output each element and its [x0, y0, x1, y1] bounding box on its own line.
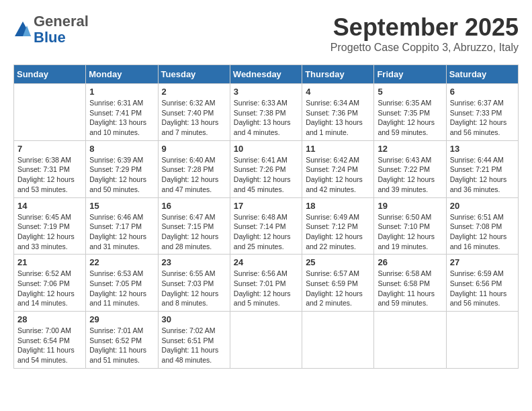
day-info: Sunrise: 7:01 AMSunset: 6:52 PMDaylight:… [89, 326, 154, 365]
day-number: 13 [450, 144, 515, 154]
day-info: Sunrise: 6:47 AMSunset: 7:15 PMDaylight:… [162, 212, 226, 252]
day-info: Sunrise: 6:51 AMSunset: 7:08 PMDaylight:… [450, 212, 515, 252]
table-row: 10 Sunrise: 6:41 AMSunset: 7:26 PMDaylig… [230, 140, 302, 197]
table-row: 8 Sunrise: 6:39 AMSunset: 7:29 PMDayligh… [86, 140, 158, 197]
day-info: Sunrise: 7:02 AMSunset: 6:51 PMDaylight:… [162, 326, 226, 365]
col-friday: Friday [374, 65, 446, 84]
logo-general: General [34, 13, 89, 30]
calendar-week-row: 7 Sunrise: 6:38 AMSunset: 7:31 PMDayligh… [14, 140, 519, 197]
day-info: Sunrise: 6:34 AMSunset: 7:36 PMDaylight:… [306, 98, 370, 138]
logo-icon [13, 20, 32, 39]
table-row: 2 Sunrise: 6:32 AMSunset: 7:40 PMDayligh… [158, 84, 230, 141]
table-row [230, 312, 302, 369]
table-row: 3 Sunrise: 6:33 AMSunset: 7:38 PMDayligh… [230, 84, 302, 141]
day-number: 27 [450, 257, 515, 267]
day-info: Sunrise: 6:45 AMSunset: 7:19 PMDaylight:… [17, 212, 82, 252]
calendar-table: Sunday Monday Tuesday Wednesday Thursday… [13, 64, 519, 369]
logo-blue: Blue [34, 29, 66, 46]
day-number: 14 [17, 201, 82, 211]
day-number: 22 [89, 257, 154, 267]
day-info: Sunrise: 6:56 AMSunset: 7:01 PMDaylight:… [234, 269, 298, 308]
day-info: Sunrise: 6:38 AMSunset: 7:31 PMDaylight:… [17, 155, 82, 195]
col-wednesday: Wednesday [230, 65, 302, 84]
col-thursday: Thursday [302, 65, 374, 84]
logo: General Blue [13, 13, 89, 46]
day-number: 3 [234, 87, 298, 97]
day-info: Sunrise: 6:55 AMSunset: 7:03 PMDaylight:… [162, 269, 226, 308]
day-info: Sunrise: 6:43 AMSunset: 7:22 PMDaylight:… [378, 155, 442, 195]
day-number: 28 [17, 314, 82, 324]
day-info: Sunrise: 6:42 AMSunset: 7:24 PMDaylight:… [306, 155, 370, 195]
table-row [14, 84, 86, 141]
day-number: 7 [17, 144, 82, 154]
table-row: 6 Sunrise: 6:37 AMSunset: 7:33 PMDayligh… [446, 84, 518, 141]
table-row: 27 Sunrise: 6:59 AMSunset: 6:56 PMDaylig… [446, 255, 518, 312]
day-number: 12 [378, 144, 442, 154]
day-info: Sunrise: 6:35 AMSunset: 7:35 PMDaylight:… [378, 98, 442, 138]
day-number: 10 [234, 144, 298, 154]
col-saturday: Saturday [446, 65, 518, 84]
table-row: 28 Sunrise: 7:00 AMSunset: 6:54 PMDaylig… [14, 312, 86, 369]
day-number: 9 [162, 144, 226, 154]
table-row: 11 Sunrise: 6:42 AMSunset: 7:24 PMDaylig… [302, 140, 374, 197]
day-info: Sunrise: 6:46 AMSunset: 7:17 PMDaylight:… [89, 212, 154, 252]
day-info: Sunrise: 6:53 AMSunset: 7:05 PMDaylight:… [89, 269, 154, 308]
day-info: Sunrise: 6:44 AMSunset: 7:21 PMDaylight:… [450, 155, 515, 195]
day-number: 6 [450, 87, 515, 97]
day-info: Sunrise: 6:39 AMSunset: 7:29 PMDaylight:… [89, 155, 154, 195]
table-row: 15 Sunrise: 6:46 AMSunset: 7:17 PMDaylig… [86, 197, 158, 255]
table-row: 12 Sunrise: 6:43 AMSunset: 7:22 PMDaylig… [374, 140, 446, 197]
table-row [446, 312, 518, 369]
day-number: 23 [162, 257, 226, 267]
day-info: Sunrise: 6:59 AMSunset: 6:56 PMDaylight:… [450, 269, 515, 308]
day-number: 5 [378, 87, 442, 97]
calendar-week-row: 14 Sunrise: 6:45 AMSunset: 7:19 PMDaylig… [14, 197, 519, 255]
calendar-header-row: Sunday Monday Tuesday Wednesday Thursday… [14, 65, 519, 84]
location: Progetto Case Coppito 3, Abruzzo, Italy [330, 42, 519, 54]
table-row: 18 Sunrise: 6:49 AMSunset: 7:12 PMDaylig… [302, 197, 374, 255]
day-info: Sunrise: 6:52 AMSunset: 7:06 PMDaylight:… [17, 269, 82, 308]
col-sunday: Sunday [14, 65, 86, 84]
day-number: 29 [89, 314, 154, 324]
calendar-week-row: 28 Sunrise: 7:00 AMSunset: 6:54 PMDaylig… [14, 312, 519, 369]
month-title: September 2025 [330, 13, 519, 42]
day-number: 2 [162, 87, 226, 97]
table-row: 29 Sunrise: 7:01 AMSunset: 6:52 PMDaylig… [86, 312, 158, 369]
logo-text: General Blue [34, 13, 89, 46]
table-row: 25 Sunrise: 6:57 AMSunset: 6:59 PMDaylig… [302, 255, 374, 312]
day-number: 16 [162, 201, 226, 211]
day-info: Sunrise: 6:41 AMSunset: 7:26 PMDaylight:… [234, 155, 298, 195]
table-row: 21 Sunrise: 6:52 AMSunset: 7:06 PMDaylig… [14, 255, 86, 312]
table-row: 24 Sunrise: 6:56 AMSunset: 7:01 PMDaylig… [230, 255, 302, 312]
title-block: September 2025 Progetto Case Coppito 3, … [330, 13, 519, 54]
table-row: 5 Sunrise: 6:35 AMSunset: 7:35 PMDayligh… [374, 84, 446, 141]
day-number: 11 [306, 144, 370, 154]
col-tuesday: Tuesday [158, 65, 230, 84]
day-number: 15 [89, 201, 154, 211]
day-number: 1 [89, 87, 154, 97]
day-info: Sunrise: 6:57 AMSunset: 6:59 PMDaylight:… [306, 269, 370, 308]
calendar-week-row: 1 Sunrise: 6:31 AMSunset: 7:41 PMDayligh… [14, 84, 519, 141]
table-row: 23 Sunrise: 6:55 AMSunset: 7:03 PMDaylig… [158, 255, 230, 312]
day-info: Sunrise: 6:31 AMSunset: 7:41 PMDaylight:… [89, 98, 154, 138]
table-row: 14 Sunrise: 6:45 AMSunset: 7:19 PMDaylig… [14, 197, 86, 255]
day-number: 17 [234, 201, 298, 211]
table-row: 22 Sunrise: 6:53 AMSunset: 7:05 PMDaylig… [86, 255, 158, 312]
table-row: 30 Sunrise: 7:02 AMSunset: 6:51 PMDaylig… [158, 312, 230, 369]
page-header: General Blue September 2025 Progetto Cas… [13, 13, 519, 54]
col-monday: Monday [86, 65, 158, 84]
day-number: 25 [306, 257, 370, 267]
day-number: 20 [450, 201, 515, 211]
day-info: Sunrise: 6:49 AMSunset: 7:12 PMDaylight:… [306, 212, 370, 252]
day-number: 18 [306, 201, 370, 211]
table-row: 13 Sunrise: 6:44 AMSunset: 7:21 PMDaylig… [446, 140, 518, 197]
day-info: Sunrise: 6:48 AMSunset: 7:14 PMDaylight:… [234, 212, 298, 252]
calendar-week-row: 21 Sunrise: 6:52 AMSunset: 7:06 PMDaylig… [14, 255, 519, 312]
table-row: 17 Sunrise: 6:48 AMSunset: 7:14 PMDaylig… [230, 197, 302, 255]
day-info: Sunrise: 6:37 AMSunset: 7:33 PMDaylight:… [450, 98, 515, 138]
day-number: 30 [162, 314, 226, 324]
day-info: Sunrise: 7:00 AMSunset: 6:54 PMDaylight:… [17, 326, 82, 365]
table-row: 4 Sunrise: 6:34 AMSunset: 7:36 PMDayligh… [302, 84, 374, 141]
day-number: 26 [378, 257, 442, 267]
table-row: 1 Sunrise: 6:31 AMSunset: 7:41 PMDayligh… [86, 84, 158, 141]
